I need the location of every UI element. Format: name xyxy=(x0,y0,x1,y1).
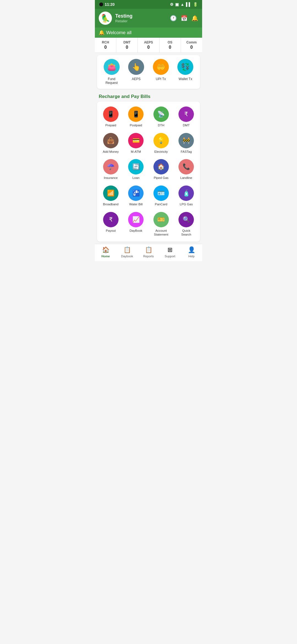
welcome-bar: 🔔 Welcome all xyxy=(95,28,202,38)
grid-item-lpg-gas[interactable]: 🧴 LPG Gas xyxy=(174,183,199,209)
grid-item-postpaid[interactable]: 📱 Postpaid xyxy=(123,104,149,130)
nav-icon-home: 🏠 xyxy=(102,246,109,253)
service-label: DayBook xyxy=(130,229,142,233)
header-actions: 🕐 📅 🔔 xyxy=(170,15,198,21)
wifi-icon: ▲ xyxy=(180,2,184,7)
nav-item-home[interactable]: 🏠 Home xyxy=(95,246,116,258)
grid-item-loan[interactable]: 🔄 Loan xyxy=(123,156,149,183)
service-icon: 🚧 xyxy=(183,137,190,144)
grid-item-quick-search[interactable]: 🔍 QuickSearch xyxy=(174,209,199,239)
action-label: Wallet Tx xyxy=(179,77,192,81)
service-icon: 📱 xyxy=(132,111,140,118)
service-circle: 🏠 xyxy=(153,159,169,174)
action-circle: 👛 xyxy=(104,59,120,75)
stat-label: RCH xyxy=(96,40,115,44)
service-label: PanCard xyxy=(155,203,167,206)
nav-item-reports[interactable]: 📋 Reports xyxy=(138,246,159,258)
welcome-icon: 🔔 xyxy=(99,30,105,36)
grid-item-m-atm[interactable]: 💳 M-ATM xyxy=(123,130,149,157)
stat-item-os: OS 0 xyxy=(160,38,181,53)
service-label: DTH xyxy=(158,124,164,127)
service-circle: ₹ xyxy=(103,212,119,227)
service-label: Broadband xyxy=(103,203,119,206)
service-circle: 🧴 xyxy=(178,185,194,201)
history-icon[interactable]: 🕐 xyxy=(170,15,177,21)
service-circle: 🚧 xyxy=(178,133,194,148)
grid-item-daybook[interactable]: 📈 DayBook xyxy=(123,209,149,239)
service-circle: 👜 xyxy=(103,133,119,148)
service-icon: 📱 xyxy=(107,111,114,118)
service-icon: 🔍 xyxy=(183,216,190,223)
header-info: Testing Retailer xyxy=(115,13,167,23)
quick-action-upi tx[interactable]: 🤲 UPI Tx xyxy=(153,59,169,85)
bell-icon[interactable]: 🔔 xyxy=(191,15,198,21)
grid-item-pancard[interactable]: 🪪 PanCard xyxy=(148,183,174,209)
action-icon: 👆 xyxy=(132,63,141,71)
nav-label: Support xyxy=(165,255,175,258)
stats-row: RCH 0DMT 0AEPS 0OS 0Comm 0 xyxy=(95,38,202,53)
stat-item-aeps: AEPS 0 xyxy=(138,38,159,53)
welcome-text: Welcome all xyxy=(106,30,131,36)
sim-icon: ▣ xyxy=(175,2,179,7)
stat-item-dmt: DMT 0 xyxy=(116,38,138,53)
status-time: 11:20 xyxy=(105,2,115,7)
service-circle: ☂️ xyxy=(103,159,119,174)
nav-label: Help xyxy=(188,255,195,258)
stat-label: OS xyxy=(161,40,180,44)
nav-item-daybook[interactable]: 📋 Daybook xyxy=(116,246,138,258)
grid-item-account-statement[interactable]: 🎫 AccountStatement xyxy=(148,209,174,239)
grid-item-water-bill[interactable]: 🚰 Water Bill xyxy=(123,183,149,209)
status-bar: 11:20 ⚙ ▣ ▲ ▌▌ 🔋 xyxy=(95,0,202,9)
stat-value: 0 xyxy=(161,45,180,50)
action-label: UPI Tx xyxy=(156,77,166,81)
service-label: Loan xyxy=(132,176,139,180)
grid-item-add-money[interactable]: 👜 Add Money xyxy=(98,130,123,157)
stat-value: 0 xyxy=(96,45,115,50)
calendar-icon[interactable]: 📅 xyxy=(181,15,188,21)
service-icon: 📶 xyxy=(107,190,114,197)
status-icons: ⚙ ▣ ▲ ▌▌ 🔋 xyxy=(170,2,198,7)
service-icon: 🏠 xyxy=(157,163,165,170)
stat-label: AEPS xyxy=(139,40,158,44)
service-circle: 📱 xyxy=(103,107,119,122)
avatar-icon: 🦜 xyxy=(101,14,110,23)
grid-item-broadband[interactable]: 📶 Broadband xyxy=(98,183,123,209)
service-label: AccountStatement xyxy=(154,229,168,237)
action-icon: 🤲 xyxy=(156,63,165,71)
grid-item-payout[interactable]: ₹ Payout xyxy=(98,209,123,239)
grid-item-landline[interactable]: 📞 Landline xyxy=(174,156,199,183)
status-dot xyxy=(99,2,103,6)
service-circle: 📞 xyxy=(178,159,194,174)
nav-icon-daybook: 📋 xyxy=(123,246,131,253)
nav-item-help[interactable]: 👤 Help xyxy=(181,246,202,258)
quick-action-fund-request[interactable]: 👛 FundRequest xyxy=(104,59,120,85)
stat-value: 0 xyxy=(139,45,158,50)
quick-action-wallet tx[interactable]: 💱 Wallet Tx xyxy=(177,59,193,85)
service-icon: 📡 xyxy=(157,111,165,118)
grid-item-insurance[interactable]: ☂️ Insurance xyxy=(98,156,123,183)
grid-item-dmt[interactable]: ₹ DMT xyxy=(174,104,199,130)
app-header: 🦜 Testing Retailer 🕐 📅 🔔 xyxy=(95,9,202,28)
service-circle: 🚰 xyxy=(128,185,144,201)
grid-item-fastag[interactable]: 🚧 FASTag xyxy=(174,130,199,157)
grid-item-dth[interactable]: 📡 DTH xyxy=(148,104,174,130)
action-circle: 💱 xyxy=(177,59,193,75)
service-label: FASTag xyxy=(181,150,192,154)
grid-item-electricity[interactable]: 💡 Electricity xyxy=(148,130,174,157)
quick-action-aeps[interactable]: 👆 AEPS xyxy=(128,59,144,85)
service-icon: 💡 xyxy=(157,137,165,144)
service-label: LPG Gas xyxy=(180,203,193,206)
nav-item-support[interactable]: ⊞ Support xyxy=(159,246,181,258)
avatar[interactable]: 🦜 xyxy=(99,12,112,25)
signal-icon: ▌▌ xyxy=(186,2,191,7)
service-icon: ₹ xyxy=(184,111,188,118)
user-role: Retailer xyxy=(115,19,167,23)
service-label: Electricity xyxy=(154,150,168,154)
service-icon: 🚰 xyxy=(132,190,140,197)
service-icon: 📈 xyxy=(132,216,140,223)
quick-actions: 👛 FundRequest 👆 AEPS 🤲 UPI Tx xyxy=(97,55,200,89)
stat-label: Comm xyxy=(182,40,201,44)
grid-item-piped-gas[interactable]: 🏠 Piped Gas xyxy=(148,156,174,183)
grid-item-prepaid[interactable]: 📱 Prepaid xyxy=(98,104,123,130)
action-label: FundRequest xyxy=(105,77,118,85)
